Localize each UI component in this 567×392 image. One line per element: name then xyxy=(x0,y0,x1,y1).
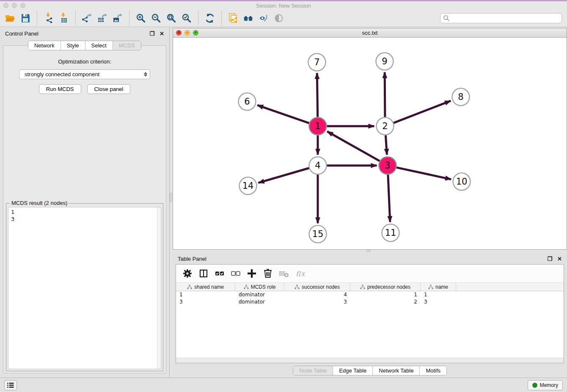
export-network-button[interactable] xyxy=(80,11,95,25)
graph-node-1[interactable]: 1 xyxy=(309,118,327,135)
column-header-shared-name[interactable]: shared name xyxy=(176,283,235,291)
zoom-selected-button[interactable] xyxy=(179,11,194,25)
refresh-layout-button[interactable] xyxy=(202,11,217,25)
tab-node-table[interactable]: Node Table xyxy=(293,366,333,375)
edge-3-1[interactable] xyxy=(327,132,380,161)
table-cell[interactable]: 1 xyxy=(350,291,421,298)
tab-edge-table[interactable]: Edge Table xyxy=(333,366,372,375)
select-all-rows-button[interactable] xyxy=(212,266,227,281)
edge-2-9[interactable] xyxy=(385,72,385,117)
zoom-in-button[interactable] xyxy=(133,11,149,25)
edge-1-7[interactable] xyxy=(317,73,317,117)
float-panel-icon[interactable]: ❐ xyxy=(149,30,154,37)
tab-network-table[interactable]: Network Table xyxy=(372,366,419,375)
column-header-predecessor-nodes[interactable]: predecessor nodes xyxy=(350,283,421,291)
graph-node-2[interactable]: 2 xyxy=(377,118,394,135)
tab-mcds[interactable]: MCDS xyxy=(113,41,141,50)
graph-node-15[interactable]: 15 xyxy=(309,226,327,243)
import-network-button[interactable] xyxy=(41,11,56,25)
graph-node-11[interactable]: 11 xyxy=(382,224,399,242)
first-neighbors-button[interactable] xyxy=(241,11,256,25)
column-header-successor-nodes[interactable]: successor nodes xyxy=(284,283,350,291)
table-cell[interactable]: dominator xyxy=(235,291,284,298)
table-cell[interactable]: 4 xyxy=(284,291,350,298)
run-mcds-button[interactable]: Run MCDS xyxy=(39,84,81,94)
table-cell[interactable]: 3 xyxy=(284,298,350,306)
tab-style[interactable]: Style xyxy=(61,41,85,50)
main-toolbar xyxy=(0,10,567,27)
table-panel: Table Panel ❐ ✕ f(x) shared nameMCDS rol… xyxy=(173,252,567,377)
graphics-details-button[interactable] xyxy=(256,11,271,25)
graph-node-4[interactable]: 4 xyxy=(309,157,327,174)
graph-node-3[interactable]: 3 xyxy=(379,157,396,174)
column-layout-button[interactable] xyxy=(196,266,211,281)
column-tree-icon xyxy=(360,284,365,290)
export-table-button[interactable] xyxy=(95,11,110,25)
panel-splitter-handle[interactable] xyxy=(170,193,172,202)
refresh-layout-icon xyxy=(204,13,215,24)
memory-button[interactable]: Memory xyxy=(528,380,563,390)
app-titlebar: Session: New Session xyxy=(0,1,567,10)
add-row-button[interactable] xyxy=(245,266,259,281)
close-table-panel-icon[interactable]: ✕ xyxy=(557,256,562,262)
table-settings-button[interactable] xyxy=(180,266,195,281)
mcds-result-node: 1 xyxy=(11,208,161,215)
zoom-fit-icon xyxy=(166,13,177,24)
network-view-window: ✕ − + scc.txt 7968124314101511 xyxy=(173,28,567,250)
edge-1-6[interactable] xyxy=(257,105,309,123)
edge-3-11[interactable] xyxy=(388,175,390,222)
tab-select[interactable]: Select xyxy=(85,41,113,50)
view-splitter-handle[interactable] xyxy=(366,250,371,252)
table-cell[interactable]: 2 xyxy=(350,298,421,306)
function-builder-icon: f(x) xyxy=(295,268,306,279)
network-window-titlebar[interactable]: ✕ − + scc.txt xyxy=(173,28,567,38)
result-scrollbar[interactable] xyxy=(157,207,161,369)
tab-motifs[interactable]: Motifs xyxy=(419,366,446,375)
graph-node-6[interactable]: 6 xyxy=(239,93,256,110)
task-history-button[interactable] xyxy=(4,380,17,390)
float-table-panel-icon[interactable]: ❐ xyxy=(547,256,552,262)
mcds-result-list[interactable]: 13 xyxy=(8,207,161,369)
deselect-all-rows-button[interactable] xyxy=(228,266,243,281)
table-cell[interactable]: 3 xyxy=(421,298,456,306)
graph-node-14[interactable]: 14 xyxy=(239,177,257,195)
clone-network-button[interactable] xyxy=(226,11,241,25)
search-input[interactable] xyxy=(450,15,559,21)
tab-network[interactable]: Network xyxy=(28,41,61,50)
graph-node-7[interactable]: 7 xyxy=(308,54,326,71)
import-table-button[interactable] xyxy=(56,11,72,25)
graph-node-8[interactable]: 8 xyxy=(452,88,470,106)
table-cell[interactable]: 1 xyxy=(176,291,235,298)
table-cell[interactable]: dominator xyxy=(235,298,284,306)
close-panel-button[interactable]: Close panel xyxy=(87,84,131,94)
zoom-fit-button[interactable] xyxy=(164,11,179,25)
memory-status-icon xyxy=(532,383,537,388)
column-header-name[interactable]: name xyxy=(421,283,456,291)
mcds-result-title: MCDS result (2 nodes) xyxy=(10,200,69,206)
close-panel-icon[interactable]: ✕ xyxy=(160,30,164,37)
table-cell[interactable]: 1 xyxy=(421,291,456,298)
graph-node-9[interactable]: 9 xyxy=(376,53,394,70)
table-row[interactable]: 1dominator411 xyxy=(176,291,564,298)
open-file-button[interactable] xyxy=(3,11,18,25)
search-box[interactable] xyxy=(440,13,562,23)
delete-row-button[interactable] xyxy=(261,266,275,281)
edge-2-3[interactable] xyxy=(385,135,387,155)
column-header-MCDS-role[interactable]: MCDS role xyxy=(235,283,284,291)
edge-2-8[interactable] xyxy=(394,101,451,123)
table-cell[interactable]: 3 xyxy=(176,298,235,306)
edge-3-10[interactable] xyxy=(396,168,451,179)
export-image-button[interactable] xyxy=(110,11,125,25)
table-row[interactable]: 3dominator323 xyxy=(176,298,564,306)
graph-node-10[interactable]: 10 xyxy=(453,173,471,190)
optimization-criterion-label: Optimization criterion: xyxy=(3,58,166,65)
mcds-result-group: MCDS result (2 nodes) 13 xyxy=(6,203,163,371)
table-panel-header: Table Panel ❐ ✕ xyxy=(173,252,567,265)
search-icon xyxy=(443,15,450,22)
toolbar-separator xyxy=(75,11,76,25)
edge-4-14[interactable] xyxy=(259,168,309,183)
network-graph-canvas[interactable]: 7968124314101511 xyxy=(173,38,567,249)
criterion-select[interactable]: strongly connected component xyxy=(19,69,150,79)
zoom-out-button[interactable] xyxy=(149,11,164,25)
save-session-button[interactable] xyxy=(18,11,33,25)
